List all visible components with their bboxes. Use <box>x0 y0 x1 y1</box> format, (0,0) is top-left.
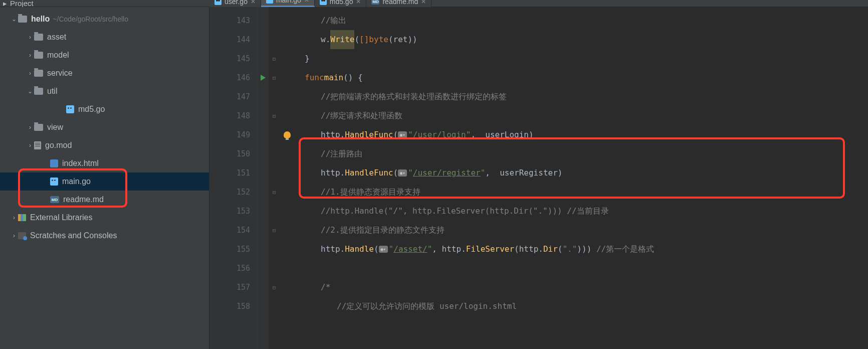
go-file-icon <box>320 0 327 5</box>
tree-item[interactable]: ›view <box>0 118 209 136</box>
close-icon[interactable]: ✕ <box>356 0 361 5</box>
code-line[interactable]: //http.Handle("/", http.FileServer(http.… <box>305 202 868 221</box>
line-number: 157 <box>209 278 250 297</box>
editor-tab[interactable]: main.go✕ <box>261 0 315 7</box>
fold-toggle-icon[interactable]: ⊟ <box>269 49 280 68</box>
code-line[interactable]: //注册路由 <box>305 144 868 163</box>
code-line[interactable]: http.Handle(◉▾"/asset/", http.FileServer… <box>305 240 868 259</box>
line-number: 152 <box>209 183 250 202</box>
fold-toggle-icon[interactable]: ⊟ <box>269 68 280 87</box>
chevron-right-icon[interactable]: › <box>26 124 34 131</box>
project-panel-label[interactable]: Project <box>10 0 34 8</box>
line-number: 144 <box>209 30 250 49</box>
line-number: 156 <box>209 259 250 278</box>
project-tree: ⌄ hello ~/Code/goRoot/src/hello ›asset›m… <box>0 7 209 349</box>
run-gutter-icon[interactable] <box>261 75 266 81</box>
tab-label: md5.go <box>330 0 353 6</box>
tree-item-label: go.mod <box>45 141 72 150</box>
line-number: 143 <box>209 11 250 30</box>
code-line[interactable]: func main() { <box>305 68 868 87</box>
markdown-file-icon: MD <box>50 196 59 203</box>
close-icon[interactable]: ✕ <box>251 0 256 5</box>
code-line[interactable]: //定义可以允许访问的模版 user/login.shtml <box>305 297 868 316</box>
tree-item[interactable]: ›model <box>0 46 209 64</box>
tree-item-label: asset <box>47 33 66 42</box>
tab-label: main.go <box>276 0 301 4</box>
tree-root[interactable]: ⌄ hello ~/Code/goRoot/src/hello <box>0 10 209 28</box>
tree-item[interactable]: ⌄util <box>0 82 209 100</box>
line-number: 146 <box>209 68 250 87</box>
editor-tabs: user.go✕main.go✕md5.go✕MDreadme.md✕ <box>209 0 431 7</box>
fold-toggle-icon[interactable]: ⊟ <box>269 106 280 125</box>
code-editor[interactable]: 1431441451461471481491501511521531541551… <box>209 7 868 349</box>
tree-item[interactable]: ›service <box>0 64 209 82</box>
tree-item[interactable]: ›asset <box>0 28 209 46</box>
tree-item-label: index.html <box>62 159 99 168</box>
code-area[interactable]: //输出w.Write([]byte(ret))}func main() {//… <box>295 7 868 349</box>
tree-item[interactable]: ›go.mod <box>0 136 209 154</box>
code-line[interactable]: //输出 <box>305 11 868 30</box>
editor-tab[interactable]: MDreadme.md✕ <box>366 0 431 7</box>
html-file-icon <box>50 159 58 167</box>
line-number-gutter: 1431441451461471481491501511521531541551… <box>209 7 258 349</box>
close-icon[interactable]: ✕ <box>421 0 426 5</box>
chevron-right-icon[interactable]: › <box>10 214 18 221</box>
chevron-down-icon[interactable]: ⌄ <box>10 16 18 23</box>
tree-item-label: model <box>47 51 69 60</box>
gutter-run-icons <box>258 7 269 349</box>
tree-item-label: util <box>47 87 57 96</box>
folder-icon <box>34 124 43 131</box>
chevron-right-icon[interactable]: › <box>26 70 34 77</box>
chevron-right-icon[interactable]: › <box>26 142 34 149</box>
tree-item[interactable]: main.go <box>0 172 209 191</box>
markdown-file-icon: MD <box>371 0 379 5</box>
close-icon[interactable]: ✕ <box>304 0 309 4</box>
tree-item-label: readme.md <box>63 195 104 204</box>
folder-icon <box>18 16 27 23</box>
tree-external-libraries[interactable]: › External Libraries <box>0 209 209 227</box>
line-number: 153 <box>209 202 250 221</box>
tree-root-path: ~/Code/goRoot/src/hello <box>53 15 128 23</box>
chevron-right-icon[interactable]: › <box>26 52 34 59</box>
tree-item-label: service <box>47 69 73 78</box>
fold-toggle-icon[interactable]: ⊟ <box>269 278 280 297</box>
tree-root-name: hello <box>31 15 50 24</box>
ide-toolbar: ▸ Project <box>0 0 868 7</box>
code-line[interactable]: http.HandleFunc(◉▾"/user/login", userLog… <box>305 125 868 144</box>
line-number: 150 <box>209 144 250 163</box>
editor-tab[interactable]: user.go✕ <box>209 0 261 7</box>
code-line[interactable] <box>305 259 868 278</box>
line-number: 145 <box>209 49 250 68</box>
code-line[interactable]: w.Write([]byte(ret)) <box>305 30 868 49</box>
tree-item[interactable]: MDreadme.md <box>0 191 209 209</box>
code-line[interactable]: /* <box>305 278 868 297</box>
go-file-icon <box>266 0 273 4</box>
code-line[interactable]: http.HandleFunc(◉▾"/user/register", user… <box>305 163 868 183</box>
code-line[interactable]: //1.提供静态资源目录支持 <box>305 183 868 202</box>
fold-toggle-icon[interactable]: ⊟ <box>269 221 280 240</box>
library-icon <box>18 214 26 221</box>
code-line[interactable]: //2.提供指定目录的静态文件支持 <box>305 221 868 240</box>
tree-item-label: md5.go <box>78 105 105 114</box>
code-line[interactable]: //把前端请求的格式和封装处理函数进行绑定的标签 <box>305 87 868 106</box>
editor-tab[interactable]: md5.go✕ <box>315 0 367 7</box>
chevron-down-icon[interactable]: ⌄ <box>26 88 34 95</box>
tree-item[interactable]: md5.go <box>0 100 209 118</box>
tree-scratches[interactable]: › Scratches and Consoles <box>0 227 209 245</box>
code-line[interactable]: } <box>305 49 868 68</box>
fold-gutter: ⊟⊟⊟⊟⊟⊟ <box>269 7 280 349</box>
fold-toggle-icon[interactable]: ⊟ <box>269 183 280 202</box>
chevron-right-icon[interactable]: › <box>26 34 34 41</box>
chevron-right-icon[interactable]: › <box>10 232 18 239</box>
intention-bulb-icon[interactable] <box>284 131 291 138</box>
go-file-icon <box>66 105 74 113</box>
folder-icon <box>34 88 43 95</box>
line-number: 151 <box>209 163 250 183</box>
go-file-icon <box>214 0 222 5</box>
folder-icon <box>34 70 43 77</box>
code-line[interactable]: //绑定请求和处理函数 <box>305 106 868 125</box>
tab-label: readme.md <box>382 0 418 6</box>
go-file-icon <box>50 178 58 186</box>
line-number: 147 <box>209 87 250 106</box>
tree-item[interactable]: index.html <box>0 154 209 172</box>
